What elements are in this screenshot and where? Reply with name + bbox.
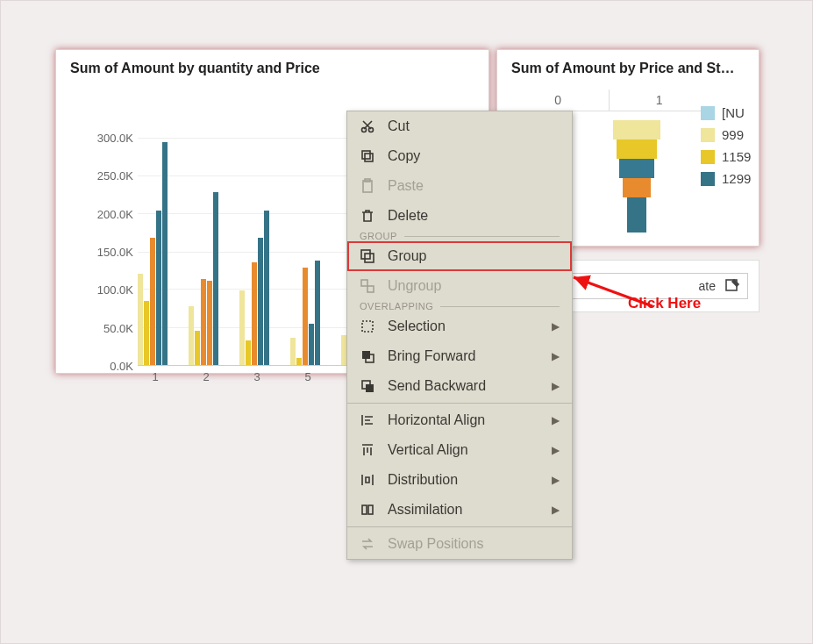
paste-icon (360, 178, 375, 194)
group-icon (360, 248, 375, 264)
svg-rect-17 (368, 505, 373, 514)
svg-rect-10 (367, 286, 374, 292)
menu-item-ungroup: Ungroup (347, 271, 572, 301)
swap-icon (360, 536, 375, 552)
y-axis-labels: 300.0K 250.0K 200.0K 150.0K 100.0K 50.0K… (81, 138, 133, 366)
legend-item: 1299 (701, 171, 753, 186)
menu-item-paste: Paste (347, 171, 572, 201)
slicer-field: ate (699, 279, 724, 293)
bar-group (239, 138, 275, 365)
chart-title-left: Sum of Amount by quantity and Price (56, 50, 489, 80)
menu-item-bring-forward[interactable]: Bring Forward ▶ (347, 341, 572, 371)
bar-chart: 300.0K 250.0K 200.0K 150.0K 100.0K 50.0K… (81, 138, 388, 401)
svg-rect-8 (365, 254, 374, 262)
menu-item-vertical-align[interactable]: Vertical Align ▶ (347, 435, 572, 465)
menu-item-selection[interactable]: Selection ▶ (347, 311, 572, 341)
chevron-right-icon: ▶ (552, 504, 560, 516)
legend-item: 1159 (701, 149, 753, 164)
chevron-right-icon: ▶ (552, 320, 560, 333)
facet-header: 1 (610, 89, 710, 111)
facet-header: 0 (508, 89, 610, 111)
chevron-right-icon: ▶ (552, 380, 560, 392)
halign-icon (360, 412, 375, 428)
svg-rect-4 (365, 154, 373, 161)
menu-item-assimilation[interactable]: Assimilation ▶ (347, 495, 572, 525)
menu-item-distribution[interactable]: Distribution ▶ (347, 465, 572, 495)
bring-forward-icon (360, 348, 375, 364)
ungroup-icon (360, 278, 375, 294)
svg-rect-16 (362, 505, 367, 514)
menu-item-send-backward[interactable]: Send Backward ▶ (347, 371, 572, 401)
menu-item-copy[interactable]: Copy (347, 141, 572, 171)
svg-rect-11 (362, 321, 373, 332)
svg-rect-7 (361, 250, 370, 259)
legend-item: 999 (701, 127, 753, 142)
menu-item-delete[interactable]: Delete (347, 201, 572, 231)
annotation-text: Click Here (628, 295, 701, 312)
legend-item: [NU (701, 105, 753, 120)
menu-group-label: GROUP (347, 231, 572, 241)
delete-icon (360, 208, 375, 224)
copy-icon (360, 148, 375, 164)
menu-item-horizontal-align[interactable]: Horizontal Align ▶ (347, 405, 572, 435)
chart-title-right: Sum of Amount by Price and St… (497, 50, 759, 80)
svg-rect-5 (363, 181, 372, 192)
menu-item-swap-positions: Swap Positions (347, 529, 572, 559)
legend: [NU 999 1159 1299 (701, 98, 753, 193)
chevron-right-icon: ▶ (552, 444, 560, 456)
chevron-right-icon: ▶ (552, 474, 560, 486)
chevron-right-icon: ▶ (552, 414, 560, 426)
edit-icon[interactable] (724, 278, 740, 294)
assimilation-icon (360, 502, 375, 518)
valign-icon (360, 442, 375, 458)
menu-item-cut[interactable]: Cut (347, 111, 572, 141)
svg-rect-3 (362, 151, 370, 159)
bar-group (138, 138, 173, 365)
menu-item-group[interactable]: Group (347, 241, 572, 271)
bar-group (189, 138, 224, 365)
send-backward-icon (360, 378, 375, 394)
chevron-right-icon: ▶ (552, 350, 560, 362)
svg-rect-9 (361, 280, 367, 286)
selection-icon (360, 318, 375, 334)
bar-group (290, 138, 325, 365)
menu-group-label: OVERLAPPING (347, 301, 572, 311)
cut-icon (360, 118, 375, 134)
context-menu: Cut Copy Paste Delete GROUP Group Ungrou… (346, 111, 573, 560)
distribution-icon (360, 472, 375, 488)
